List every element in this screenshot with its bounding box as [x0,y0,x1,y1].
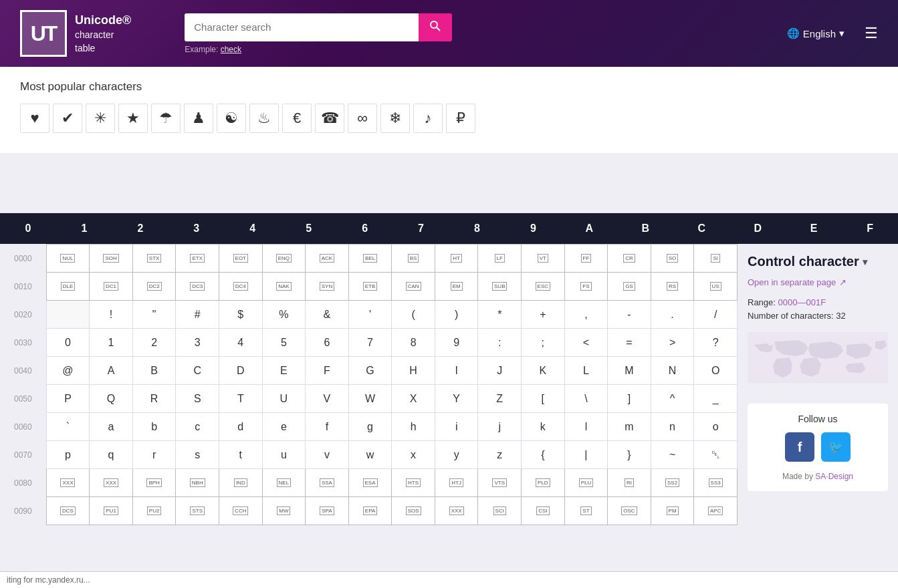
char-cell[interactable]: DC2 [132,273,176,301]
char-cell[interactable]: CAN [392,273,435,301]
char-cell[interactable]: @ [46,357,90,385]
char-cell[interactable]: z [478,441,522,469]
char-cell[interactable]: RI [608,469,651,497]
char-cell[interactable]: u [262,441,306,469]
panel-dropdown-arrow[interactable]: ▾ [863,257,867,267]
char-cell[interactable]: O [694,357,738,385]
char-cell[interactable]: 1 [90,329,133,357]
char-cell[interactable]: \ [564,385,608,413]
char-cell[interactable]: 0 [46,329,90,357]
char-cell[interactable]: D [219,357,263,385]
char-cell[interactable]: t [219,441,263,469]
char-cell[interactable]: PU2 [132,497,176,525]
hex-header-cell[interactable]: B [617,213,673,244]
char-cell[interactable]: 4 [219,329,263,357]
hex-header-cell[interactable]: 6 [337,213,393,244]
hex-header-cell[interactable]: A [561,213,617,244]
char-cell[interactable]: HTS [392,469,435,497]
char-cell[interactable]: ␡ [694,441,738,469]
char-cell[interactable]: PLU [564,469,608,497]
char-cell[interactable]: XXX [46,469,90,497]
char-cell[interactable]: PLD [522,469,565,497]
char-cell[interactable]: DLE [46,273,90,301]
char-cell[interactable]: , [564,301,608,329]
char-cell[interactable]: US [694,273,738,301]
char-cell[interactable]: x [392,441,435,469]
char-cell[interactable]: EPA [348,497,392,525]
char-cell[interactable]: } [608,441,651,469]
char-cell[interactable]: B [132,357,176,385]
char-cell[interactable]: BEL [348,245,392,273]
facebook-button[interactable]: f [785,432,814,462]
char-cell[interactable]: SO [651,245,694,273]
hex-header-cell[interactable]: D [729,213,786,244]
char-cell[interactable]: X [392,385,435,413]
popular-char[interactable]: ♥ [20,104,49,133]
hex-header-cell[interactable]: 2 [112,213,169,244]
char-cell[interactable]: GS [608,273,651,301]
range-link[interactable]: 0000—001F [778,297,826,307]
hex-header-cell[interactable]: 3 [169,213,225,244]
char-cell[interactable]: PU1 [90,497,133,525]
char-cell[interactable]: ST [564,497,608,525]
char-cell[interactable]: / [694,301,738,329]
char-cell[interactable]: 7 [348,329,392,357]
char-cell[interactable]: SSA [306,469,349,497]
char-cell[interactable]: ? [694,329,738,357]
popular-char[interactable]: ♪ [413,104,443,133]
char-cell[interactable]: SPA [306,497,349,525]
hex-header-cell[interactable]: 0 [0,213,56,244]
char-cell[interactable]: - [608,301,651,329]
char-cell[interactable]: d [219,413,263,441]
char-cell[interactable]: + [522,301,565,329]
char-cell[interactable]: NBH [176,469,219,497]
example-link[interactable]: check [221,45,241,54]
popular-char[interactable]: ♨ [249,104,279,133]
hex-header-cell[interactable]: F [842,213,898,244]
char-cell[interactable]: F [306,357,349,385]
char-cell[interactable]: SCI [478,497,522,525]
char-cell[interactable]: # [176,301,219,329]
char-cell[interactable]: a [90,413,133,441]
char-cell[interactable]: { [522,441,565,469]
char-cell[interactable]: NAK [262,273,306,301]
char-cell[interactable]: J [478,357,522,385]
char-cell[interactable]: j [478,413,522,441]
char-cell[interactable]: FF [564,245,608,273]
char-cell[interactable]: DC1 [90,273,133,301]
char-cell[interactable]: > [651,329,694,357]
char-cell[interactable]: VT [522,245,565,273]
char-cell[interactable]: 6 [306,329,349,357]
char-cell[interactable]: ESC [522,273,565,301]
char-cell[interactable]: LF [478,245,522,273]
menu-button[interactable]: ☰ [865,25,878,42]
hex-header-cell[interactable]: 5 [281,213,337,244]
char-cell[interactable]: SOH [90,245,133,273]
char-cell[interactable]: $ [219,301,263,329]
popular-char[interactable]: ✳ [86,104,115,133]
char-cell[interactable]: SS2 [651,469,694,497]
char-cell[interactable]: IND [219,469,263,497]
popular-char[interactable]: ☎ [315,104,344,133]
popular-char[interactable]: ✔ [53,104,82,133]
char-cell[interactable]: [ [522,385,565,413]
popular-char[interactable]: ☯ [217,104,246,133]
char-cell[interactable]: STS [176,497,219,525]
hex-header-cell[interactable]: 1 [56,213,112,244]
char-cell[interactable]: CSI [522,497,565,525]
popular-char[interactable]: ☂ [151,104,181,133]
char-cell[interactable]: : [478,329,522,357]
char-cell[interactable]: SI [694,245,738,273]
char-cell[interactable]: ETX [176,245,219,273]
char-cell[interactable]: ETB [348,273,392,301]
popular-char[interactable]: ∞ [348,104,377,133]
char-cell[interactable]: ( [392,301,435,329]
char-cell[interactable]: DC3 [176,273,219,301]
char-cell[interactable]: HT [435,245,478,273]
char-cell[interactable]: 3 [176,329,219,357]
char-cell[interactable]: M [608,357,651,385]
char-cell[interactable]: o [694,413,738,441]
hex-header-cell[interactable]: 4 [225,213,281,244]
char-cell[interactable]: ) [435,301,478,329]
char-cell[interactable]: H [392,357,435,385]
